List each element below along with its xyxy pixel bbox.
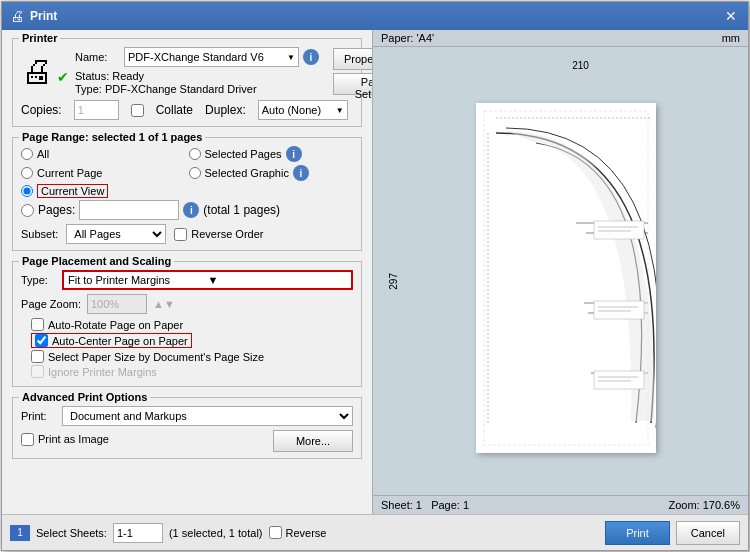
- ready-check-icon: ✔: [57, 69, 69, 85]
- subset-label: Subset:: [21, 228, 58, 240]
- zoom-input[interactable]: [87, 294, 147, 314]
- selected-pages-radio[interactable]: [189, 148, 201, 160]
- duplex-arrow-icon: ▼: [336, 106, 344, 115]
- all-radio[interactable]: [21, 148, 33, 160]
- type-label: Type:: [75, 83, 102, 95]
- type-value: Fit to Printer Margins: [68, 274, 208, 286]
- reverse-order-label: Reverse Order: [191, 228, 263, 240]
- left-panel: Printer 🖨 ✔ Name: PDF-XChange Standard V…: [2, 30, 372, 514]
- zoom-spinner-icon[interactable]: ▲▼: [153, 298, 175, 310]
- all-label: All: [37, 148, 49, 160]
- print-doc-row: Print: Document and Markups: [21, 406, 353, 426]
- sheet-label: Sheet: 1: [381, 499, 422, 511]
- selected-graphic-item: Selected Graphic i: [189, 165, 354, 181]
- select-paper-label: Select Paper Size by Document's Page Siz…: [48, 351, 264, 363]
- auto-center-row: Auto-Center Page on Paper: [31, 333, 353, 348]
- zoom-info: Zoom: 170.6%: [668, 499, 740, 511]
- selected-graphic-radio[interactable]: [189, 167, 201, 179]
- type-value: PDF-XChange Standard Driver: [105, 83, 257, 95]
- duplex-dropdown[interactable]: Auto (None) ▼: [258, 100, 348, 120]
- duplex-value: Auto (None): [262, 104, 321, 116]
- select-paper-row: Select Paper Size by Document's Page Siz…: [31, 350, 353, 363]
- collate-checkbox[interactable]: [131, 104, 144, 117]
- preview-area: 210 297: [373, 47, 748, 495]
- copies-input[interactable]: [74, 100, 119, 120]
- print-select[interactable]: Document and Markups: [62, 406, 353, 426]
- ignore-margins-checkbox[interactable]: [31, 365, 44, 378]
- properties-button[interactable]: Properties...: [333, 48, 372, 70]
- page-setup-button[interactable]: Page Setup...: [333, 73, 372, 95]
- printer-icon: 🖨: [21, 53, 53, 90]
- printer-type-row: Type: PDF-XChange Standard Driver: [75, 83, 319, 95]
- print-as-image-checkbox[interactable]: [21, 433, 34, 446]
- total-pages: (total 1 pages): [203, 203, 280, 217]
- selected-pages-item: Selected Pages i: [189, 146, 354, 162]
- printer-group: Printer 🖨 ✔ Name: PDF-XChange Standard V…: [12, 38, 362, 127]
- auto-center-highlight: Auto-Center Page on Paper: [31, 333, 192, 348]
- close-button[interactable]: ✕: [722, 7, 740, 25]
- current-page-label: Current Page: [37, 167, 102, 179]
- print-image-row: Print as Image More...: [21, 430, 353, 452]
- type-field-label: Type:: [21, 274, 56, 286]
- current-view-radio[interactable]: [21, 185, 33, 197]
- printer-name-value: PDF-XChange Standard V6: [128, 51, 264, 63]
- advanced-section-label: Advanced Print Options: [19, 391, 150, 403]
- cancel-button[interactable]: Cancel: [676, 521, 740, 545]
- printer-info-button[interactable]: i: [303, 49, 319, 65]
- reverse-order-checkbox[interactable]: [174, 228, 187, 241]
- pages-row: Pages: i (total 1 pages): [21, 200, 353, 220]
- status-label: Status:: [75, 70, 109, 82]
- advanced-group: Advanced Print Options Print: Document a…: [12, 397, 362, 459]
- preview-panel: Paper: 'A4' mm 210 297: [372, 30, 748, 514]
- selected-graphic-info-icon[interactable]: i: [293, 165, 309, 181]
- type-row: Type: Fit to Printer Margins ▼: [21, 270, 353, 290]
- select-paper-checkbox[interactable]: [31, 350, 44, 363]
- print-button[interactable]: Print: [605, 521, 670, 545]
- printer-status-row: Status: Ready: [75, 70, 319, 82]
- selected-pages-label: Selected Pages: [205, 148, 282, 160]
- print-dialog: 🖨 Print ✕ Printer 🖨 ✔ Name:: [1, 1, 749, 551]
- reverse-order-item: Reverse Order: [174, 228, 263, 241]
- preview-footer: Sheet: 1 Page: 1 Zoom: 170.6%: [373, 495, 748, 514]
- reverse-checkbox[interactable]: [269, 526, 282, 539]
- page-range-label: Page Range: selected 1 of 1 pages: [19, 131, 205, 143]
- duplex-label: Duplex:: [205, 103, 246, 117]
- placement-label: Page Placement and Scaling: [19, 255, 174, 267]
- printer-controls: Properties... Page Setup...: [333, 48, 372, 95]
- type-dropdown[interactable]: Fit to Printer Margins ▼: [62, 270, 353, 290]
- auto-center-checkbox[interactable]: [35, 334, 48, 347]
- selected-pages-info-icon[interactable]: i: [286, 146, 302, 162]
- placement-group: Page Placement and Scaling Type: Fit to …: [12, 261, 362, 387]
- print-as-image-label: Print as Image: [38, 433, 109, 445]
- printer-name-dropdown[interactable]: PDF-XChange Standard V6 ▼: [124, 47, 299, 67]
- print-as-image-item: Print as Image: [21, 433, 109, 446]
- type-arrow-icon: ▼: [208, 274, 348, 286]
- paper-label: Paper: 'A4': [381, 32, 434, 44]
- reverse-label: Reverse: [286, 527, 327, 539]
- pages-label: Pages:: [38, 203, 75, 217]
- auto-rotate-checkbox[interactable]: [31, 318, 44, 331]
- paper-preview: [476, 103, 656, 453]
- current-view-item: Current View: [21, 184, 353, 198]
- select-sheets-label: Select Sheets:: [36, 527, 107, 539]
- units-label: mm: [722, 32, 740, 44]
- preview-header: Paper: 'A4' mm: [373, 30, 748, 47]
- current-page-radio[interactable]: [21, 167, 33, 179]
- pages-input[interactable]: [79, 200, 179, 220]
- sheet-page-info: Sheet: 1 Page: 1: [381, 499, 469, 511]
- more-button[interactable]: More...: [273, 430, 353, 452]
- pages-info-icon[interactable]: i: [183, 202, 199, 218]
- ruler-side: 297: [383, 77, 403, 485]
- zoom-field-label: Page Zoom:: [21, 298, 81, 310]
- subset-select[interactable]: All Pages: [66, 224, 166, 244]
- name-label: Name:: [75, 51, 120, 63]
- print-field-label: Print:: [21, 410, 56, 422]
- pages-radio[interactable]: [21, 204, 34, 217]
- svg-rect-9: [594, 301, 644, 319]
- ignore-margins-row: Ignore Printer Margins: [31, 365, 353, 378]
- dialog-content: Printer 🖨 ✔ Name: PDF-XChange Standard V…: [2, 30, 748, 514]
- sheets-input[interactable]: [113, 523, 163, 543]
- selected-graphic-label: Selected Graphic: [205, 167, 289, 179]
- page-label: Page: 1: [431, 499, 469, 511]
- copies-label: Copies:: [21, 103, 62, 117]
